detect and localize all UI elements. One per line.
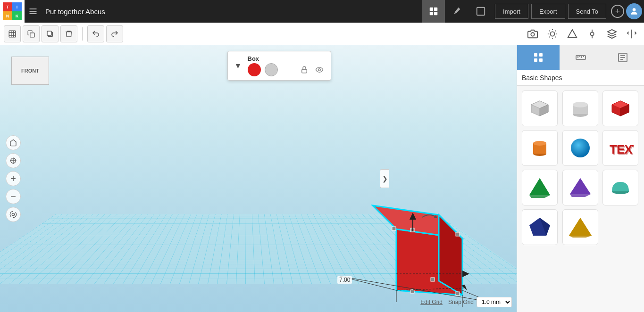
shapes-dropdown[interactable]: Basic Shapes Featured Letters Numbers: [522, 74, 639, 82]
svg-point-84: [533, 141, 546, 146]
align-button[interactable]: [584, 25, 601, 42]
shape-item-pentagon[interactable]: [522, 209, 558, 245]
send-to-button[interactable]: Send To: [568, 4, 606, 19]
shape-item-half-sphere[interactable]: [602, 170, 638, 205]
shape-item-pyramid-yellow[interactable]: [562, 209, 598, 245]
zoom-in-icon: +: [10, 174, 16, 183]
svg-marker-27: [568, 29, 577, 37]
nav-tab-build[interactable]: [446, 0, 468, 23]
redo-button[interactable]: [106, 25, 123, 42]
nav-tab-box[interactable]: [469, 0, 492, 23]
shape-button[interactable]: [564, 25, 581, 42]
right-panel: Basic Shapes Featured Letters Numbers: [517, 45, 644, 312]
nav-list-icon[interactable]: [25, 0, 42, 23]
collapse-panel-button[interactable]: ❯: [380, 169, 389, 188]
lock-icon[interactable]: [299, 64, 310, 75]
property-panel: ▼ Box: [227, 51, 331, 81]
export-button[interactable]: Export: [531, 4, 565, 19]
svg-point-18: [550, 32, 554, 36]
svg-rect-0: [30, 8, 37, 9]
svg-text:TEXT: TEXT: [611, 143, 634, 157]
mirror-button[interactable]: [623, 25, 640, 42]
visibility-icon[interactable]: [314, 64, 325, 75]
viewport[interactable]: FRONT + − ▼ Box: [0, 45, 517, 312]
svg-rect-5: [430, 12, 433, 15]
rp-tab-notes[interactable]: [602, 45, 644, 70]
logo-k: K: [12, 11, 22, 20]
svg-rect-62: [539, 53, 543, 57]
nav-right: Import Export Send To +: [422, 0, 642, 23]
left-controls: + −: [6, 135, 21, 222]
fit-view-button[interactable]: [6, 153, 21, 168]
svg-marker-96: [569, 218, 592, 238]
shape-item-pyramid-purple[interactable]: [562, 170, 598, 205]
light-button[interactable]: [544, 25, 561, 42]
edit-grid-button[interactable]: Edit Grid: [420, 299, 443, 305]
svg-rect-1: [30, 11, 37, 12]
svg-rect-2: [30, 13, 37, 14]
zoom-out-icon: −: [10, 192, 16, 201]
svg-line-22: [555, 36, 556, 37]
import-button[interactable]: Import: [495, 4, 528, 19]
svg-rect-60: [534, 53, 537, 57]
logo-n: N: [3, 11, 12, 20]
view-cube[interactable]: FRONT: [11, 57, 49, 94]
copy-button[interactable]: [23, 25, 40, 42]
svg-point-17: [531, 33, 534, 36]
rp-tab-ruler[interactable]: [560, 45, 602, 70]
bottom-controls: Edit Grid Snap Grid 1.0 mm 0.5 mm 2.0 mm: [420, 297, 512, 307]
orbit-button[interactable]: [6, 207, 21, 222]
svg-rect-47: [410, 289, 414, 293]
shapes-selector: Basic Shapes Featured Letters Numbers: [517, 70, 644, 86]
svg-rect-61: [534, 58, 537, 62]
logo-t: T: [3, 2, 12, 11]
svg-rect-6: [434, 12, 437, 15]
logo-i: I: [12, 2, 22, 11]
toolbar-right-group: [524, 25, 640, 42]
camera-button[interactable]: [524, 25, 541, 42]
svg-marker-91: [570, 178, 591, 197]
logo[interactable]: T I N K: [0, 0, 25, 23]
add-user-button[interactable]: +: [611, 5, 624, 18]
shape-item-box-red[interactable]: [602, 90, 638, 126]
zoom-in-button[interactable]: +: [6, 171, 21, 186]
avatar[interactable]: [626, 3, 642, 19]
shape-item-cylinder-orange[interactable]: [522, 130, 558, 166]
svg-point-36: [12, 213, 14, 215]
shape-item-sphere-blue[interactable]: [562, 130, 598, 166]
svg-rect-63: [539, 58, 543, 62]
user-area[interactable]: +: [611, 3, 642, 19]
snap-grid-select[interactable]: 1.0 mm 0.5 mm 2.0 mm: [477, 297, 512, 307]
shape-item-cylinder-gray[interactable]: [562, 90, 598, 126]
main-area: FRONT + − ▼ Box: [0, 45, 644, 312]
svg-line-26: [555, 30, 556, 31]
zoom-out-button[interactable]: −: [6, 189, 21, 204]
shape-item-pyramid-green[interactable]: [522, 170, 558, 205]
view-cube-front[interactable]: FRONT: [11, 57, 49, 85]
delete-button[interactable]: [60, 25, 77, 42]
rp-tab-grid[interactable]: [517, 45, 560, 70]
navbar: T I N K Put together Abcus Import Export…: [0, 0, 644, 23]
prop-panel-title: Box: [248, 55, 325, 62]
shape-item-text-3d[interactable]: TEXT TEXT: [602, 130, 638, 166]
grid-plane: [0, 214, 517, 284]
page-title: Put together Abcus: [42, 8, 422, 16]
color-red-button[interactable]: [248, 63, 261, 76]
home-button[interactable]: [6, 135, 21, 150]
snap-grid-label: Snap Grid: [448, 299, 474, 305]
svg-rect-9: [9, 31, 16, 37]
svg-rect-37: [301, 69, 307, 73]
undo-button[interactable]: [87, 25, 104, 42]
shape-item-box-gray[interactable]: [522, 90, 558, 126]
svg-rect-4: [434, 8, 437, 11]
prop-expand-arrow[interactable]: ▼: [234, 61, 243, 71]
duplicate-button[interactable]: [42, 25, 59, 42]
measure-x-label: 7.00: [337, 276, 352, 284]
layers-button[interactable]: [603, 25, 620, 42]
svg-rect-14: [30, 33, 34, 37]
frame-button[interactable]: [4, 25, 21, 42]
nav-tab-grid[interactable]: [422, 0, 445, 23]
toolbar: [0, 23, 644, 45]
color-gray-button[interactable]: [265, 63, 278, 76]
svg-line-25: [549, 36, 550, 37]
